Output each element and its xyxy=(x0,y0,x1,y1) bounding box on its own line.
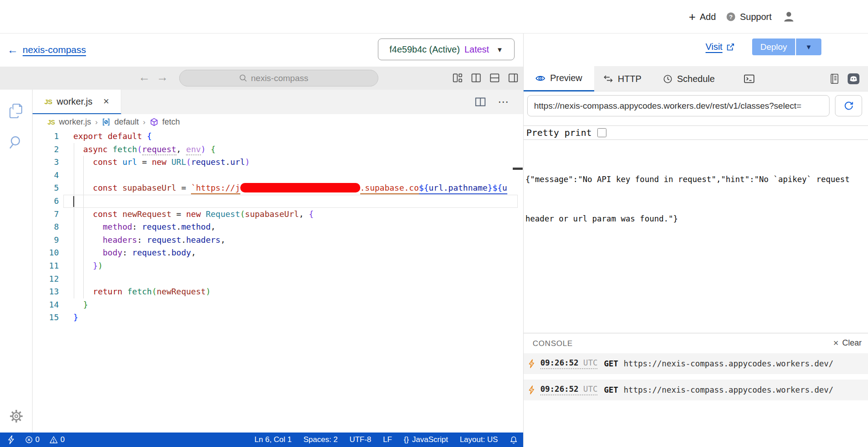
code-line[interactable]: 9 headers: request.headers, xyxy=(33,234,523,247)
console-log-entry[interactable]: 09:26:52 UTCGEThttps://nexis-compass.app… xyxy=(524,353,868,374)
tab-http[interactable]: HTTP xyxy=(603,66,641,91)
account-button[interactable] xyxy=(783,0,795,34)
more-actions-icon[interactable]: ⋯ xyxy=(498,96,510,108)
tab-worker-js[interactable]: JS worker.js × xyxy=(33,90,121,114)
code-line[interactable]: 14 } xyxy=(33,298,523,312)
version-latest-badge: Latest xyxy=(464,44,489,55)
code-line[interactable]: 13 return fetch(newRequest) xyxy=(33,285,523,298)
tab-schedule[interactable]: Schedule xyxy=(663,66,715,91)
visit-link[interactable]: Visit xyxy=(706,42,735,52)
files-icon[interactable] xyxy=(8,102,25,120)
settings-gear-icon[interactable] xyxy=(8,408,25,425)
search-input[interactable] xyxy=(251,73,319,83)
close-icon: × xyxy=(833,338,839,348)
bell-icon[interactable] xyxy=(510,436,518,444)
code-line[interactable]: 3 const url = new URL(request.url) xyxy=(33,156,523,169)
indentation[interactable]: Spaces: 2 xyxy=(304,435,338,444)
add-button[interactable]: + Add xyxy=(689,0,716,34)
line-content: const url = new URL(request.url) xyxy=(73,156,250,169)
refresh-button[interactable] xyxy=(835,95,862,116)
eye-icon xyxy=(535,74,545,82)
cursor-position[interactable]: Ln 6, Col 1 xyxy=(254,435,291,444)
command-search[interactable] xyxy=(179,70,378,87)
split-rows-icon[interactable] xyxy=(489,72,500,83)
code-line[interactable]: 1export default { xyxy=(33,130,523,143)
code-line[interactable]: 4 xyxy=(33,169,523,182)
preview-url-input[interactable] xyxy=(527,95,830,116)
panel-icons xyxy=(829,66,868,91)
line-content: const supabaseUrl = `https://j.supabase.… xyxy=(73,182,507,195)
line-number: 1 xyxy=(33,130,59,143)
code-lines: 1export default {2 async fetch(request, … xyxy=(33,130,523,324)
customize-layout-icon[interactable] xyxy=(452,72,463,83)
line-content: headers: request.headers, xyxy=(73,234,225,247)
indent-guide xyxy=(83,156,84,298)
global-header: + Add ? Support xyxy=(0,0,868,34)
console-clear-button[interactable]: × Clear xyxy=(833,338,862,348)
encoding[interactable]: UTF-8 xyxy=(349,435,371,444)
module-symbol-icon xyxy=(102,118,110,126)
split-editor-icon[interactable] xyxy=(475,96,486,107)
schedule-tab-label: Schedule xyxy=(677,74,715,84)
support-button[interactable]: ? Support xyxy=(726,0,772,34)
search-sidebar-icon[interactable] xyxy=(8,134,25,152)
line-number: 6 xyxy=(33,195,59,208)
code-line[interactable]: 7 const newRequest = new Request(supabas… xyxy=(33,208,523,221)
warnings-indicator[interactable]: 0 xyxy=(49,435,64,444)
log-url: https://nexis-compass.appycodes.workers.… xyxy=(624,359,834,368)
deploy-label[interactable]: Deploy xyxy=(752,38,795,55)
tab-actions: ⋯ xyxy=(475,90,510,114)
language-mode[interactable]: {} JavaScript xyxy=(404,435,448,444)
js-icon: JS xyxy=(48,119,55,126)
eol-sequence[interactable]: LF xyxy=(383,435,392,444)
keyboard-layout[interactable]: Layout: US xyxy=(460,435,498,444)
errors-indicator[interactable]: 0 xyxy=(25,435,39,444)
remote-indicator-icon[interactable] xyxy=(7,435,15,444)
line-content: method: request.method, xyxy=(73,221,215,234)
code-line[interactable]: 5 const supabaseUrl = `https://j.supabas… xyxy=(33,182,523,195)
split-columns-icon[interactable] xyxy=(471,72,482,83)
log-timestamp[interactable]: 09:26:52 UTC xyxy=(540,358,597,369)
line-content: export default { xyxy=(73,130,152,143)
code-line[interactable]: 10 body: request.body, xyxy=(33,246,523,260)
code-line[interactable]: 11 }) xyxy=(33,260,523,273)
version-dropdown[interactable]: f4e59b4c (Active) Latest ▼ xyxy=(378,38,515,60)
editor-tabbar: JS worker.js × ⋯ xyxy=(33,90,523,114)
back-arrow-icon: ← xyxy=(7,43,18,56)
chevron-down-icon: ▼ xyxy=(496,46,503,53)
tab-terminal[interactable] xyxy=(744,66,755,91)
right-sidebar-icon[interactable] xyxy=(508,72,519,83)
console-log-entry[interactable]: 09:26:52 UTCGEThttps://nexis-compass.app… xyxy=(524,380,868,400)
deploy-button[interactable]: Deploy ▼ xyxy=(752,38,821,55)
close-tab-icon[interactable]: × xyxy=(103,96,109,106)
warning-triangle-icon xyxy=(49,436,58,444)
code-line[interactable]: 8 method: request.method, xyxy=(33,221,523,234)
tab-preview[interactable]: Preview xyxy=(524,66,594,91)
discord-icon[interactable] xyxy=(847,73,860,85)
log-method: GET xyxy=(604,359,618,368)
overview-ruler-mark xyxy=(513,168,523,170)
console-section: CONSOLE × Clear 09:26:52 UTCGEThttps://n… xyxy=(524,333,868,406)
breadcrumb-module[interactable]: default xyxy=(114,117,139,127)
log-timestamp[interactable]: 09:26:52 UTC xyxy=(540,385,597,395)
deploy-dropdown[interactable]: ▼ xyxy=(796,38,821,55)
back-to-project-link[interactable]: ← nexis-compass xyxy=(7,43,86,56)
support-label: Support xyxy=(740,12,772,22)
docs-book-icon[interactable] xyxy=(829,73,840,85)
warning-count: 0 xyxy=(60,435,64,444)
code-line[interactable]: 12 xyxy=(33,273,523,286)
code-line[interactable]: 2 async fetch(request, env) { xyxy=(33,143,523,156)
code-region[interactable]: 1export default {2 async fetch(request, … xyxy=(33,130,523,433)
line-content: const newRequest = new Request(supabaseU… xyxy=(73,208,314,221)
line-number: 3 xyxy=(33,156,59,169)
pretty-print-checkbox[interactable] xyxy=(597,128,606,137)
nav-back-button[interactable]: ← xyxy=(138,70,150,84)
breadcrumb-symbol[interactable]: fetch xyxy=(162,117,180,127)
nav-forward-button[interactable]: → xyxy=(157,70,168,84)
activity-rail xyxy=(0,90,33,433)
line-number: 15 xyxy=(33,311,59,324)
line-number: 7 xyxy=(33,208,59,221)
breadcrumb-file[interactable]: worker.js xyxy=(59,117,91,127)
console-entries: 09:26:52 UTCGEThttps://nexis-compass.app… xyxy=(524,353,868,400)
code-line[interactable]: 15} xyxy=(33,311,523,324)
